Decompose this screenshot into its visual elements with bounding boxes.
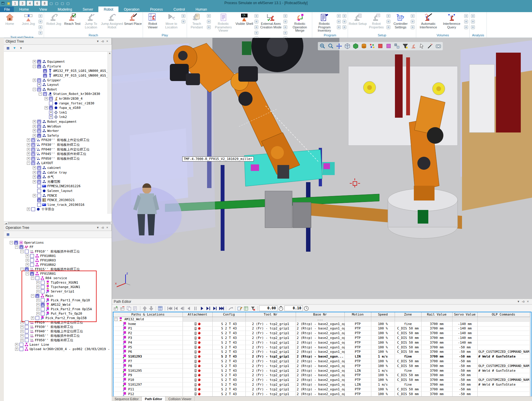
expander-icon[interactable]: + bbox=[20, 330, 24, 333]
expander-icon[interactable]: − bbox=[33, 88, 36, 91]
visible-shell-button[interactable]: CAVisible Shell bbox=[235, 12, 253, 26]
expander-icon[interactable]: − bbox=[114, 318, 118, 321]
tree-item-upload-kr360r2830-4-ps002-30-03-2019-10-26-42[interactable]: +Upload kr360r2830_4 - ps002 (30/03/2019… bbox=[4, 347, 112, 351]
volume-robot-icon[interactable] bbox=[463, 19, 469, 24]
table-row-p7[interactable]: P7S 2 T 432 (Fr) - tcp2_grip12 (Rtcp) - … bbox=[113, 359, 530, 364]
tree-item-tipchange-xgun1[interactable]: +Tipchange_XGUN1 bbox=[4, 285, 112, 289]
tree-item-weldgun[interactable]: +WeldGun bbox=[4, 124, 112, 129]
controller-settings-button[interactable]: ?Controller Settings bbox=[391, 12, 410, 29]
tree-item-[interactable]: +水气 bbox=[4, 175, 112, 180]
expander-icon[interactable]: + bbox=[36, 299, 40, 302]
setup-gear-icon[interactable] bbox=[386, 13, 391, 19]
visibility-checkbox[interactable] bbox=[35, 276, 39, 280]
visibility-checkbox[interactable] bbox=[25, 338, 29, 342]
table-row-p6[interactable]: P6S 2 T 432 (Fr) - tcp2_grip12 (Rtcp) - … bbox=[113, 350, 530, 354]
bottom-tab-collision-viewer[interactable]: Collision Viewer bbox=[165, 397, 195, 401]
expander-icon[interactable]: + bbox=[33, 134, 36, 137]
column-header-motion[interactable]: Motion bbox=[344, 312, 371, 317]
zoom-window-icon[interactable] bbox=[327, 43, 334, 50]
tree-item-server-grip1[interactable]: +Server_Grip1 bbox=[4, 289, 112, 294]
setup-validate-icon[interactable] bbox=[410, 19, 415, 24]
column-header-rail-value[interactable]: Rail Value bbox=[421, 312, 452, 317]
visibility-checkbox[interactable] bbox=[37, 189, 41, 193]
tree-item-line-track-20190316[interactable]: +line_track_20190316 bbox=[4, 202, 112, 207]
expander-icon[interactable]: + bbox=[33, 60, 36, 63]
remove-location-icon[interactable] bbox=[120, 305, 126, 311]
material-mode-icon[interactable] bbox=[360, 43, 367, 50]
visibility-checkbox[interactable] bbox=[30, 272, 34, 276]
render-mode-icon[interactable] bbox=[352, 43, 359, 50]
expander-icon[interactable]: − bbox=[10, 241, 13, 244]
robot-locate-icon[interactable] bbox=[38, 19, 43, 24]
tree-item-ff040[interactable]: +2FF040'' 前地板上件定位焊工位 bbox=[4, 147, 112, 152]
table-row-p1[interactable]: P1S 2 T 432 (Fr) - tcp2_grip12 (Rtcp) - … bbox=[113, 326, 530, 331]
tree-item-ff010[interactable]: −2FF010'' 前地板抓件补焊工位 bbox=[4, 249, 112, 254]
pointer-icon[interactable] bbox=[418, 43, 425, 50]
zoom-in-icon[interactable] bbox=[319, 43, 326, 50]
tree-item-worker[interactable]: +Worker bbox=[4, 129, 112, 133]
iso-cube-icon[interactable] bbox=[344, 43, 351, 50]
column-header-paths-locations[interactable]: Paths & Locations bbox=[113, 312, 183, 317]
tree-item-safety[interactable]: +Safety bbox=[4, 133, 112, 138]
add-location-icon[interactable] bbox=[113, 305, 119, 311]
analysis-robot-icon[interactable] bbox=[470, 25, 476, 30]
expander-icon[interactable]: + bbox=[36, 290, 40, 293]
torch-b-icon[interactable] bbox=[254, 19, 259, 24]
table-row-group[interactable]: −AM132_Weld... bbox=[113, 317, 530, 322]
visibility-checkbox[interactable] bbox=[37, 78, 41, 82]
expander-icon[interactable]: + bbox=[27, 148, 30, 151]
torch-d-icon[interactable] bbox=[254, 30, 259, 35]
visibility-checkbox[interactable] bbox=[31, 161, 35, 165]
pin-icon[interactable]: -o bbox=[100, 226, 105, 230]
tab-control[interactable]: Control bbox=[168, 7, 190, 12]
tree-item-laser-line[interactable]: +Laser Line bbox=[4, 342, 112, 347]
funnel-icon[interactable] bbox=[401, 43, 409, 50]
expander-icon[interactable]: − bbox=[27, 161, 30, 165]
expander-icon[interactable]: + bbox=[27, 152, 30, 156]
tab-view[interactable]: View bbox=[34, 7, 52, 12]
filter-remove-icon[interactable] bbox=[250, 305, 256, 311]
expander-icon[interactable]: + bbox=[33, 175, 36, 179]
program-new-icon[interactable] bbox=[342, 13, 347, 19]
table-row-home[interactable]: homeS 2 T 432 (Fr) - tcp2_grip12 (Rtcp) … bbox=[113, 321, 530, 326]
visibility-checkbox[interactable] bbox=[35, 316, 39, 320]
tree-item-ff050[interactable]: +2FF050'' 前地板补焊工位 bbox=[4, 338, 112, 342]
program-export-icon[interactable] bbox=[342, 19, 347, 24]
table-row-p9[interactable]: P9S 2 T 432 (Fr) - tcp2_grip12 (Rtcp) - … bbox=[113, 373, 530, 378]
column-header-servo-value[interactable]: Servo Value bbox=[452, 312, 477, 317]
close-icon[interactable]: × bbox=[105, 39, 110, 43]
tree-item-cabinet[interactable]: +cabinet bbox=[4, 166, 112, 170]
table-row-p5[interactable]: P5S 2 T 432 (Fr) - tcp2_grip12 (Rtcp) - … bbox=[113, 345, 530, 350]
table-row-5101295[interactable]: 5101295S 2 T 432 (Fr) - tcp2_grip12 (Rtc… bbox=[113, 368, 530, 373]
robot-view-icon[interactable] bbox=[410, 43, 417, 50]
tree-item-fixture[interactable]: −Fixture bbox=[4, 64, 112, 69]
program-download-icon[interactable] bbox=[336, 19, 341, 24]
visibility-checkbox[interactable] bbox=[37, 166, 41, 170]
visibility-checkbox[interactable] bbox=[25, 250, 29, 253]
table-sync-icon[interactable] bbox=[243, 305, 249, 311]
tree-item-layout[interactable]: −LAYOUT bbox=[4, 161, 112, 166]
pause-icon[interactable] bbox=[193, 305, 199, 311]
expander-icon[interactable]: + bbox=[33, 129, 36, 132]
visibility-checkbox[interactable] bbox=[37, 184, 41, 188]
volume-sweep-icon[interactable] bbox=[463, 13, 469, 19]
expander-icon[interactable]: + bbox=[20, 321, 24, 324]
visibility-checkbox[interactable] bbox=[25, 321, 29, 324]
robot-viewer-button[interactable]: Robot Viewer bbox=[144, 12, 162, 29]
visibility-checkbox[interactable] bbox=[37, 180, 41, 184]
tree-item-pick-part1-from-op10[interactable]: +Pick_Part1_From_Op10 bbox=[4, 298, 112, 303]
tree-item-ff015r01[interactable]: −FF015R01 bbox=[4, 271, 112, 276]
expander-icon[interactable]: + bbox=[33, 166, 36, 169]
bottom-tab-sequence-editor[interactable]: Sequence Editor bbox=[112, 397, 142, 401]
visibility-checkbox[interactable] bbox=[25, 325, 29, 329]
section-box-icon[interactable] bbox=[385, 43, 392, 50]
visibility-checkbox[interactable] bbox=[31, 152, 35, 156]
visibility-checkbox[interactable] bbox=[49, 97, 53, 101]
column-header-config[interactable]: Config bbox=[212, 312, 245, 317]
tree-item-ff015[interactable]: −2FF015'' 前地板抓件补焊工位 bbox=[4, 267, 112, 271]
tree-item-gripper[interactable]: +Gripper bbox=[4, 78, 112, 83]
robot-detach-icon[interactable] bbox=[38, 30, 43, 35]
visibility-checkbox[interactable] bbox=[41, 307, 45, 311]
expander-icon[interactable]: + bbox=[20, 325, 24, 329]
expander-icon[interactable]: + bbox=[33, 125, 36, 128]
